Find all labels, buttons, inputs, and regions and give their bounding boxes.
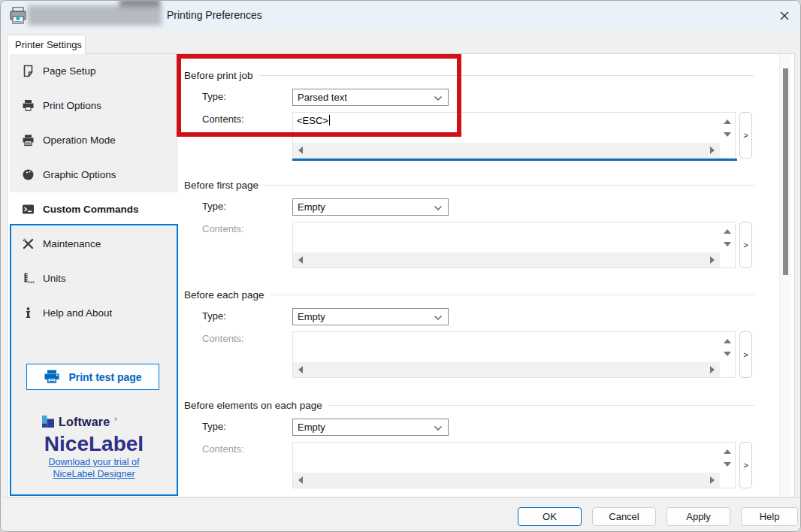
download-trial-link-line2[interactable]: NiceLabel Designer: [10, 469, 178, 479]
contents-field[interactable]: [292, 222, 736, 268]
type-value: Empty: [298, 311, 325, 322]
tab-label: Printer Settings: [15, 39, 82, 50]
sidebar-item-label: Maintenance: [43, 238, 101, 249]
sidebar-item-graphic-options[interactable]: Graphic Options: [10, 157, 178, 192]
scroll-left-icon[interactable]: [298, 476, 303, 484]
scroll-up-icon[interactable]: [724, 229, 731, 234]
cancel-button[interactable]: Cancel: [592, 507, 656, 526]
printing-preferences-window: Printing Preferences Printer Settings Pa…: [0, 0, 801, 532]
registered-mark: ®: [114, 417, 117, 422]
scroll-right-icon[interactable]: [710, 147, 715, 154]
help-label: Help: [760, 511, 780, 522]
sidebar-item-print-options[interactable]: Print Options: [10, 88, 178, 122]
loftware-label: Loftware: [59, 416, 110, 429]
contents-field[interactable]: [292, 331, 736, 378]
expand-button[interactable]: >: [739, 442, 752, 488]
group-line: [264, 185, 754, 186]
contents-field[interactable]: <ESC>: [292, 112, 736, 159]
vertical-scroll-arrows: [720, 113, 735, 143]
chevron-down-icon: [434, 205, 443, 211]
contents-label: Contents:: [202, 113, 244, 125]
ruler-icon: [22, 272, 35, 285]
contents-label: Contents:: [202, 333, 244, 344]
expand-label: >: [743, 131, 748, 140]
type-label: Type:: [202, 421, 226, 432]
scroll-up-icon[interactable]: [724, 339, 731, 343]
close-icon[interactable]: [775, 8, 794, 24]
scroll-right-icon[interactable]: [710, 256, 715, 264]
section-title: Before print job: [184, 70, 253, 81]
tab-printer-settings[interactable]: Printer Settings: [7, 35, 86, 54]
sidebar-item-page-setup[interactable]: Page Setup: [10, 53, 178, 88]
sidebar-item-label: Graphic Options: [43, 169, 116, 180]
type-value: Empty: [298, 201, 325, 213]
printer-icon: [10, 7, 26, 25]
type-value: Parsed text: [298, 92, 347, 103]
apply-button[interactable]: Apply: [666, 507, 730, 526]
vertical-scroll-arrows: [720, 332, 735, 362]
scroll-right-icon[interactable]: [710, 476, 715, 484]
group-line: [259, 75, 754, 76]
horizontal-scrollbar[interactable]: [293, 252, 720, 268]
ok-label: OK: [543, 511, 557, 522]
expand-label: >: [743, 240, 748, 249]
chevron-down-icon: [434, 315, 443, 321]
contents-field[interactable]: [292, 442, 736, 488]
type-dropdown[interactable]: Empty: [292, 198, 449, 216]
section-title: Before elements on each page: [184, 400, 322, 411]
scroll-down-icon[interactable]: [724, 462, 731, 467]
ok-button[interactable]: OK: [518, 507, 582, 526]
horizontal-scrollbar[interactable]: [293, 362, 720, 377]
group-line: [271, 295, 754, 295]
sidebar-item-label: Page Setup: [43, 65, 96, 77]
help-button[interactable]: Help: [741, 507, 798, 526]
sidebar-item-label: Print Options: [43, 100, 101, 111]
sidebar-item-label: Operation Mode: [43, 135, 116, 146]
scroll-up-icon[interactable]: [724, 449, 731, 454]
scroll-left-icon[interactable]: [298, 147, 303, 154]
type-dropdown[interactable]: Empty: [292, 419, 449, 436]
print-test-page-button[interactable]: Print test page: [26, 364, 159, 390]
scroll-left-icon[interactable]: [298, 366, 303, 373]
section-title: Before each page: [184, 289, 264, 301]
scrollbar-thumb[interactable]: [783, 68, 788, 275]
scroll-right-icon[interactable]: [710, 366, 715, 373]
type-dropdown[interactable]: Parsed text: [292, 89, 449, 106]
scroll-left-icon[interactable]: [298, 256, 303, 264]
print-test-page-label: Print test page: [68, 371, 141, 383]
expand-label: >: [743, 350, 748, 359]
horizontal-scrollbar[interactable]: [293, 143, 720, 158]
type-value: Empty: [298, 422, 325, 433]
scroll-down-icon[interactable]: [724, 242, 731, 246]
horizontal-scrollbar[interactable]: [293, 473, 720, 488]
sidebar-item-units[interactable]: Units: [10, 261, 178, 295]
expand-button[interactable]: >: [739, 331, 752, 378]
sidebar-item-operation-mode[interactable]: Operation Mode: [10, 122, 178, 157]
scroll-down-icon[interactable]: [724, 352, 731, 356]
download-trial-link-line1[interactable]: Download your trial of: [10, 457, 178, 467]
scroll-up-icon[interactable]: [724, 119, 731, 124]
chevron-down-icon: [434, 425, 443, 431]
sidebar-item-label: Units: [43, 273, 66, 284]
loftware-logo: Loftware ®: [10, 416, 178, 429]
redaction-smudge: [119, 0, 160, 8]
type-label: Type:: [202, 201, 226, 212]
page-icon: [22, 65, 35, 77]
contents-label: Contents:: [202, 223, 244, 234]
printer-mode-icon: [22, 134, 35, 147]
sidebar-item-maintenance[interactable]: Maintenance: [10, 226, 178, 261]
expand-label: >: [743, 461, 748, 470]
expand-button[interactable]: >: [739, 222, 752, 268]
printer-icon: [44, 370, 60, 384]
type-dropdown[interactable]: Empty: [292, 308, 449, 325]
group-line: [328, 405, 754, 406]
contents-value: <ESC>: [297, 115, 328, 126]
page-scrollbar[interactable]: [779, 54, 791, 496]
tools-icon: [22, 237, 35, 250]
expand-button[interactable]: >: [739, 112, 752, 159]
scroll-down-icon[interactable]: [724, 132, 731, 137]
info-icon: [22, 307, 35, 319]
sidebar-item-custom-commands[interactable]: Custom Commands: [10, 192, 178, 226]
sidebar-item-help-and-about[interactable]: Help and About: [10, 295, 178, 330]
contents-label: Contents:: [202, 443, 244, 455]
